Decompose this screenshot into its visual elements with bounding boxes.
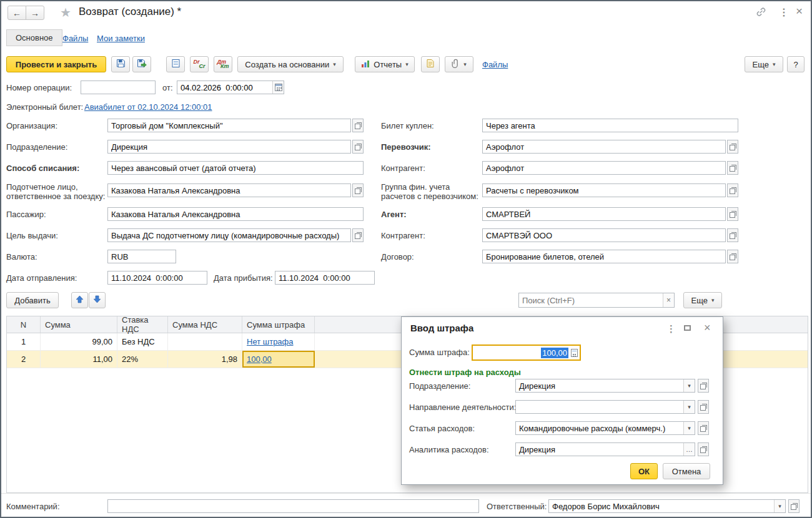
create-based-on-button[interactable]: Создать на основании ▾ — [237, 56, 344, 72]
carrier-contragent-input[interactable] — [482, 161, 726, 175]
arr-date-input[interactable] — [275, 271, 375, 285]
dropdown-button[interactable]: ▾ — [683, 379, 695, 392]
cell-n[interactable]: 1 — [7, 333, 41, 350]
agent-contragent-open-button[interactable] — [727, 228, 738, 242]
calculator-button[interactable] — [568, 346, 580, 359]
cell-vat-rate[interactable]: 22% — [117, 351, 168, 368]
post-button[interactable] — [132, 56, 151, 72]
ellipsis-button[interactable]: … — [683, 443, 695, 456]
carrier-input[interactable] — [482, 140, 726, 154]
col-header-sum[interactable]: Сумма — [41, 316, 117, 333]
more-button-table[interactable]: Еще ▾ — [683, 292, 722, 308]
carrier-open-button[interactable] — [727, 140, 738, 154]
currency-input[interactable] — [107, 250, 176, 263]
attach-button[interactable]: ▾ — [445, 56, 473, 72]
eticket-link[interactable]: Авиабилет от 02.10.2024 12:00:01 — [84, 102, 212, 112]
dialog-direction-open-button[interactable] — [698, 400, 709, 414]
cell-fine[interactable]: Нет штрафа — [242, 333, 315, 350]
org-input[interactable] — [107, 119, 351, 132]
cell-n[interactable]: 2 — [7, 351, 41, 368]
window-close-icon[interactable]: × — [796, 4, 803, 18]
dep-date-input[interactable] — [107, 271, 207, 285]
tab-main[interactable]: Основное — [6, 29, 62, 46]
cancel-button[interactable]: Отмена — [663, 463, 710, 479]
note-button[interactable] — [421, 56, 440, 72]
writeoff-input[interactable] — [107, 161, 364, 175]
dialog-direction-field[interactable]: ▾ — [515, 400, 695, 414]
save-button[interactable] — [111, 56, 130, 72]
cell-fine-active[interactable]: 100,00 — [242, 351, 315, 368]
link-icon[interactable] — [756, 7, 766, 19]
agent-open-button[interactable] — [727, 207, 738, 221]
more-button-top[interactable]: Еще ▾ — [745, 56, 783, 72]
search-field[interactable]: × — [518, 293, 675, 308]
fin-group-input[interactable] — [482, 183, 726, 197]
comment-input[interactable] — [107, 499, 479, 513]
dialog-analytics-field[interactable]: Дирекция … — [515, 442, 695, 456]
purpose-input[interactable] — [107, 228, 351, 242]
forward-button[interactable]: → — [26, 6, 44, 20]
dtkt-button[interactable]: ДтКт — [214, 56, 232, 72]
col-header-vat-rate[interactable]: Ставка НДС — [117, 316, 168, 333]
col-header-n[interactable]: N — [7, 316, 41, 333]
dept-open-button[interactable] — [352, 140, 364, 154]
dropdown-button[interactable]: ▾ — [683, 401, 695, 413]
fin-group-open-button[interactable] — [727, 183, 738, 197]
dialog-expense-field[interactable]: Командировочные расходы (коммерч.) ▾ — [515, 421, 695, 435]
drcr-button[interactable]: DrCr — [190, 56, 209, 72]
move-down-button[interactable] — [89, 292, 106, 308]
org-open-button[interactable] — [352, 119, 364, 132]
fine-amount-input[interactable]: 100,00 — [472, 345, 581, 361]
move-up-button[interactable] — [71, 292, 88, 308]
op-number-input[interactable] — [81, 81, 156, 94]
agent-input[interactable] — [482, 207, 726, 221]
cell-vat-rate[interactable]: Без НДС — [117, 333, 168, 350]
dept-input[interactable] — [107, 140, 351, 154]
ticket-bought-input[interactable] — [482, 119, 738, 132]
cell-sum[interactable]: 99,00 — [41, 333, 117, 350]
search-input[interactable] — [519, 293, 663, 307]
fine-amount-link[interactable]: 100,00 — [247, 354, 272, 364]
dialog-expense-open-button[interactable] — [698, 421, 709, 435]
cell-vat-sum[interactable] — [168, 333, 242, 350]
accountable-open-button[interactable] — [352, 183, 364, 197]
back-button[interactable]: ← — [7, 6, 26, 20]
dialog-maximize-icon[interactable] — [684, 325, 691, 331]
calendar-button[interactable] — [272, 81, 284, 94]
reports-button[interactable]: Отчеты ▾ — [355, 56, 415, 72]
dialog-analytics-open-button[interactable] — [698, 442, 709, 456]
tab-notes[interactable]: Мои заметки — [97, 34, 145, 43]
carrier-contragent-open-button[interactable] — [727, 161, 738, 175]
favorite-star-icon[interactable]: ★ — [60, 5, 71, 20]
dialog-close-icon[interactable]: × — [704, 322, 711, 333]
contract-open-button[interactable] — [727, 250, 738, 263]
add-row-button[interactable]: Добавить — [6, 292, 59, 308]
ledger-button[interactable] — [166, 56, 185, 72]
responsible-open-button[interactable] — [788, 499, 800, 513]
cell-sum[interactable]: 11,00 — [41, 351, 117, 368]
ok-button[interactable]: ОК — [630, 463, 658, 479]
tab-files[interactable]: Файлы — [62, 34, 88, 43]
op-date-field[interactable] — [177, 81, 284, 94]
clear-search-button[interactable]: × — [663, 293, 674, 307]
window-more-icon[interactable]: ⋮ — [779, 6, 789, 18]
contract-input[interactable] — [482, 250, 726, 263]
responsible-field[interactable]: Федоров Борис Михайлович ▾ — [548, 499, 786, 513]
cell-vat-sum[interactable]: 1,98 — [168, 351, 242, 368]
col-header-fine[interactable]: Сумма штрафа — [242, 316, 315, 333]
purpose-open-button[interactable] — [352, 228, 364, 242]
dialog-dept-open-button[interactable] — [698, 379, 709, 393]
op-date-input[interactable] — [177, 81, 272, 94]
accountable-input[interactable] — [107, 183, 351, 197]
passenger-input[interactable] — [107, 207, 364, 221]
agent-contragent-input[interactable] — [482, 228, 726, 242]
help-button[interactable]: ? — [787, 56, 805, 72]
dialog-dept-field[interactable]: Дирекция ▾ — [515, 379, 695, 393]
col-header-vat-sum[interactable]: Сумма НДС — [168, 316, 242, 333]
dialog-more-icon[interactable]: ⋮ — [666, 324, 676, 333]
post-and-close-button[interactable]: Провести и закрыть — [6, 56, 106, 72]
dropdown-button[interactable]: ▾ — [683, 422, 695, 434]
files-toolbar-link[interactable]: Файлы — [482, 60, 508, 69]
dropdown-button[interactable]: ▾ — [774, 500, 785, 512]
no-fine-link[interactable]: Нет штрафа — [247, 337, 294, 346]
